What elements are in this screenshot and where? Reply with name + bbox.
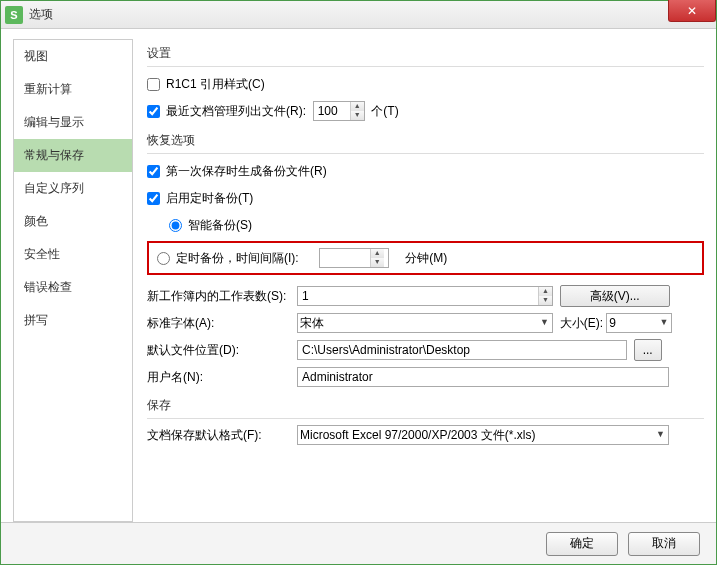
sidebar-item-color[interactable]: 颜色 (14, 205, 132, 238)
sidebar-item-spelling[interactable]: 拼写 (14, 304, 132, 337)
titlebar: S 选项 ✕ (1, 1, 716, 29)
recent-files-spinner[interactable]: ▲▼ (313, 101, 365, 121)
smart-backup-radio[interactable] (169, 219, 182, 232)
r1c1-checkbox-label[interactable]: R1C1 引用样式(C) (147, 76, 265, 93)
divider (147, 418, 704, 419)
sheets-count-label: 新工作簿内的工作表数(S): (147, 288, 297, 305)
smart-backup-label[interactable]: 智能备份(S) (169, 217, 252, 234)
recent-files-checkbox[interactable] (147, 105, 160, 118)
std-font-label: 标准字体(A): (147, 315, 297, 332)
spinner-up-icon[interactable]: ▲ (371, 249, 384, 258)
highlighted-interval-row: 定时备份，时间间隔(I): ▲▼ 分钟(M) (147, 241, 704, 275)
sidebar-item-edit-display[interactable]: 编辑与显示 (14, 106, 132, 139)
sidebar-item-recalc[interactable]: 重新计算 (14, 73, 132, 106)
recent-files-input[interactable] (314, 102, 350, 120)
first-save-backup-checkbox[interactable] (147, 165, 160, 178)
interval-backup-text: 定时备份，时间间隔(I): (176, 250, 299, 267)
timed-backup-checkbox[interactable] (147, 192, 160, 205)
content-panel: 设置 R1C1 引用样式(C) 最近文档管理列出文件(R): ▲▼ (133, 39, 704, 522)
interval-backup-label[interactable]: 定时备份，时间间隔(I): (157, 250, 299, 267)
spinner-down-icon[interactable]: ▼ (539, 296, 552, 305)
sidebar-item-security[interactable]: 安全性 (14, 238, 132, 271)
default-path-input[interactable] (297, 340, 627, 360)
r1c1-text: R1C1 引用样式(C) (166, 76, 265, 93)
app-icon: S (5, 6, 23, 24)
sidebar-item-custom-lists[interactable]: 自定义序列 (14, 172, 132, 205)
interval-input[interactable] (320, 249, 370, 267)
group-settings-title: 设置 (147, 45, 704, 62)
default-format-select[interactable] (297, 425, 669, 445)
divider (147, 153, 704, 154)
username-input[interactable] (297, 367, 669, 387)
r1c1-checkbox[interactable] (147, 78, 160, 91)
first-save-backup-text: 第一次保存时生成备份文件(R) (166, 163, 327, 180)
interval-unit: 分钟(M) (405, 250, 447, 267)
options-dialog: S 选项 ✕ 视图 重新计算 编辑与显示 常规与保存 自定义序列 颜色 安全性 … (0, 0, 717, 565)
sheets-count-input[interactable] (298, 289, 538, 303)
advanced-button[interactable]: 高级(V)... (560, 285, 670, 307)
browse-button[interactable]: ... (634, 339, 662, 361)
timed-backup-text: 启用定时备份(T) (166, 190, 253, 207)
recent-files-text: 最近文档管理列出文件(R): (166, 103, 306, 120)
cancel-button[interactable]: 取消 (628, 532, 700, 556)
font-size-label: 大小(E): (560, 315, 603, 332)
default-path-label: 默认文件位置(D): (147, 342, 297, 359)
sheets-count-spinner[interactable]: ▲▼ (297, 286, 553, 306)
divider (147, 66, 704, 67)
sidebar-item-error-check[interactable]: 错误检查 (14, 271, 132, 304)
font-size-select[interactable] (606, 313, 672, 333)
category-sidebar: 视图 重新计算 编辑与显示 常规与保存 自定义序列 颜色 安全性 错误检查 拼写 (13, 39, 133, 522)
spinner-up-icon[interactable]: ▲ (539, 287, 552, 296)
ok-button[interactable]: 确定 (546, 532, 618, 556)
dialog-footer: 确定 取消 (1, 522, 716, 564)
timed-backup-label[interactable]: 启用定时备份(T) (147, 190, 253, 207)
sidebar-item-general-save[interactable]: 常规与保存 (14, 139, 132, 172)
recent-files-checkbox-label[interactable]: 最近文档管理列出文件(R): (147, 103, 306, 120)
group-recovery-title: 恢复选项 (147, 132, 704, 149)
smart-backup-text: 智能备份(S) (188, 217, 252, 234)
spinner-down-icon[interactable]: ▼ (351, 111, 364, 120)
interval-spinner[interactable]: ▲▼ (319, 248, 389, 268)
username-label: 用户名(N): (147, 369, 297, 386)
spinner-down-icon[interactable]: ▼ (371, 258, 384, 267)
default-format-label: 文档保存默认格式(F): (147, 427, 297, 444)
group-save-title: 保存 (147, 397, 704, 414)
recent-files-unit: 个(T) (371, 103, 398, 120)
close-button[interactable]: ✕ (668, 0, 716, 22)
std-font-select[interactable] (297, 313, 553, 333)
window-title: 选项 (29, 6, 53, 23)
spinner-up-icon[interactable]: ▲ (351, 102, 364, 111)
sidebar-item-view[interactable]: 视图 (14, 40, 132, 73)
first-save-backup-label[interactable]: 第一次保存时生成备份文件(R) (147, 163, 327, 180)
interval-backup-radio[interactable] (157, 252, 170, 265)
